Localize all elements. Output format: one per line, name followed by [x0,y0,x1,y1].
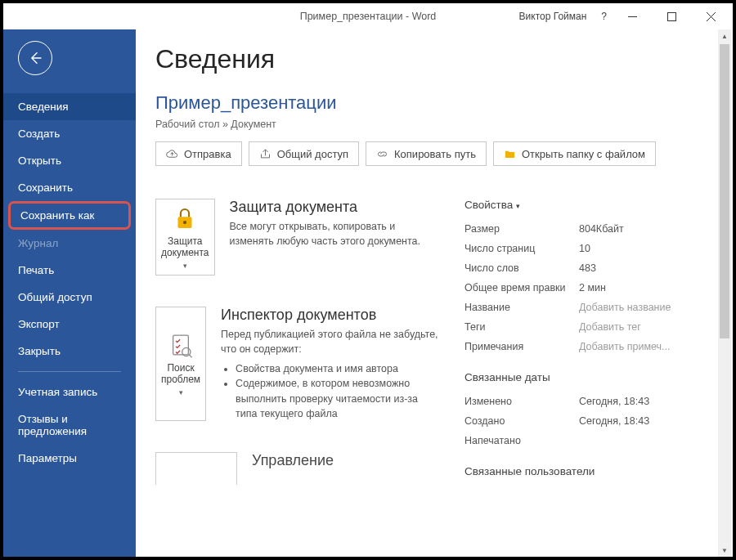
date-key: Создано [464,415,579,427]
property-key: Размер [464,223,579,235]
help-button[interactable]: ? [601,11,607,22]
info-toolbar: Отправка Общий доступ Копировать путь От… [155,141,733,166]
properties-heading[interactable]: Свойства ▾ [464,199,708,211]
nav-print[interactable]: Печать [3,257,136,284]
property-value[interactable]: Добавить название [579,302,671,313]
inspect-item: Свойства документа и имя автора [236,361,442,376]
folder-icon [504,148,516,160]
svg-rect-0 [667,12,675,20]
property-key: Общее время правки [464,282,579,293]
property-row: Число страниц10 [464,239,708,258]
check-issues-button[interactable]: Поиск проблем ▾ [155,307,206,421]
property-row: Число слов483 [464,258,708,278]
nav-new[interactable]: Создать [3,120,136,147]
main-panel: Сведения Пример_презентации Рабочий стол… [136,29,733,557]
open-folder-button[interactable]: Открыть папку с файлом [493,141,656,166]
minimize-button[interactable] [618,5,646,28]
date-row: ИзмененоСегодня, 18:43 [464,392,708,411]
share-button[interactable]: Общий доступ [249,141,359,166]
copy-path-button[interactable]: Копировать путь [366,141,487,166]
property-key: Число страниц [464,243,579,254]
property-row: НазваниеДобавить название [464,298,708,317]
manage-section: Управление [155,452,442,485]
date-row: Напечатано [464,431,708,450]
nav-options[interactable]: Параметры [3,445,136,472]
property-key: Название [464,302,579,313]
property-value[interactable]: Добавить тег [579,321,641,333]
breadcrumb: Рабочий стол » Документ [155,119,733,130]
cloud-upload-icon [166,148,178,160]
inspect-title: Инспектор документов [221,307,442,324]
property-value: 804Кбайт [579,223,624,235]
nav-close[interactable]: Закрыть [3,338,136,365]
nav-share[interactable]: Общий доступ [3,284,136,311]
link-icon [376,148,388,160]
send-button[interactable]: Отправка [155,141,242,166]
window-title: Пример_презентации - Word [300,11,437,22]
maximize-button[interactable] [657,5,685,28]
property-key: Теги [464,321,579,333]
manage-title: Управление [252,452,334,469]
page-heading: Сведения [155,44,733,74]
property-value: 483 [579,262,596,274]
date-value: Сегодня, 18:43 [579,396,649,407]
property-row: ПримечанияДобавить примеч... [464,337,708,356]
chevron-down-icon: ▾ [183,262,187,270]
protect-document-button[interactable]: Защита документа ▾ [155,199,215,276]
property-row: Размер804Кбайт [464,219,708,239]
nav-save-as[interactable]: Сохранить как [8,201,131,230]
titlebar: Пример_презентации - Word Виктор Гойман … [3,3,733,29]
close-button[interactable] [697,5,725,28]
chevron-down-icon: ▾ [179,388,183,396]
svg-rect-3 [173,335,189,355]
backstage-sidebar: Сведения Создать Открыть Сохранить Сохра… [3,29,136,557]
checklist-icon [167,331,195,359]
property-row: ТегиДобавить тег [464,317,708,337]
vertical-scrollbar[interactable]: ▲ ▼ [718,29,731,557]
property-value: 2 мин [579,282,606,293]
inspect-section: Поиск проблем ▾ Инспектор документов Пер… [155,307,442,421]
user-name[interactable]: Виктор Гойман [519,11,587,22]
manage-document-button[interactable] [155,452,237,485]
scroll-thumb[interactable] [720,44,729,338]
back-button[interactable] [18,41,52,75]
scroll-down-icon[interactable]: ▼ [718,544,731,557]
inspect-desc: Перед публикацией этого файла не забудьт… [221,327,442,356]
date-key: Напечатано [464,435,579,446]
nav-account[interactable]: Учетная запись [3,379,136,405]
related-users-heading: Связанные пользователи [464,465,708,477]
related-dates-heading: Связанные даты [464,371,708,383]
nav-history: Журнал [3,230,136,257]
app-window: Пример_презентации - Word Виктор Гойман … [0,0,736,560]
nav-feedback[interactable]: Отзывы и предложения [3,405,136,445]
property-value: 10 [579,243,590,254]
share-icon [259,148,272,160]
property-value[interactable]: Добавить примеч... [579,341,670,352]
property-key: Примечания [464,341,579,352]
property-key: Число слов [464,262,579,274]
nav-open[interactable]: Открыть [3,147,136,174]
nav-info[interactable]: Сведения [3,93,136,120]
nav-save[interactable]: Сохранить [3,174,136,201]
scroll-up-icon[interactable]: ▲ [718,29,731,43]
date-row: СозданоСегодня, 18:43 [464,411,708,431]
inspect-item: Содержимое, в котором невозможно выполни… [236,376,442,420]
date-value: Сегодня, 18:43 [579,415,649,427]
svg-point-2 [183,221,186,224]
nav-export[interactable]: Экспорт [3,311,136,338]
protect-section: Защита документа ▾ Защита документа Все … [155,199,442,276]
protect-title: Защита документа [230,199,442,216]
protect-desc: Все могут открывать, копировать и изменя… [230,219,442,249]
lock-icon [171,204,199,232]
document-title: Пример_презентации [155,92,733,114]
chevron-down-icon: ▾ [516,202,520,210]
properties-panel: Свойства ▾ Размер804КбайтЧисло страниц10… [464,199,733,486]
date-key: Изменено [464,396,579,407]
property-row: Общее время правки2 мин [464,278,708,298]
nav-separator [18,371,121,372]
